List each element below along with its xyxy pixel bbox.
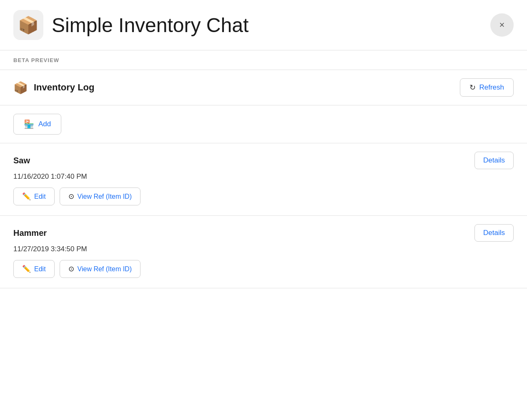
refresh-label: Refresh [479, 83, 504, 92]
close-button[interactable]: × [490, 13, 514, 37]
item-date: 11/16/2020 1:07:40 PM [13, 172, 514, 181]
details-label: Details [483, 156, 505, 164]
beta-banner: BETA PREVIEW [0, 50, 527, 70]
inventory-log-header: 📦 Inventory Log ↻ Refresh [0, 70, 527, 105]
section-title: Inventory Log [34, 82, 94, 93]
edit-icon: ✏️ [22, 265, 31, 273]
view-ref-label: View Ref (Item ID) [78, 265, 132, 273]
edit-button[interactable]: ✏️ Edit [13, 260, 55, 278]
section-header-left: 📦 Inventory Log [13, 81, 94, 95]
item-header: Hammer Details [13, 224, 514, 242]
add-button[interactable]: 🏪 Add [13, 114, 61, 135]
add-label: Add [38, 120, 51, 128]
item-date: 11/27/2019 3:34:50 PM [13, 245, 514, 253]
inventory-list: Saw Details 11/16/2020 1:07:40 PM ✏️ Edi… [0, 143, 527, 288]
refresh-button[interactable]: ↻ Refresh [460, 78, 514, 97]
item-actions: ✏️ Edit ⊙ View Ref (Item ID) [13, 260, 514, 278]
add-area: 🏪 Add [0, 105, 527, 143]
app-icon: 📦 [13, 10, 43, 40]
edit-label: Edit [34, 193, 46, 200]
item-header: Saw Details [13, 152, 514, 169]
view-ref-icon: ⊙ [68, 265, 74, 273]
view-ref-label: View Ref (Item ID) [78, 193, 132, 200]
edit-button[interactable]: ✏️ Edit [13, 188, 55, 205]
refresh-icon: ↻ [469, 83, 476, 92]
app-header: 📦 Simple Inventory Chat × [0, 0, 527, 50]
view-ref-button[interactable]: ⊙ View Ref (Item ID) [60, 188, 141, 205]
close-icon: × [499, 20, 505, 30]
item-name: Saw [13, 156, 30, 165]
app-title: Simple Inventory Chat [52, 14, 248, 37]
section-icon: 📦 [13, 81, 28, 95]
header-left: 📦 Simple Inventory Chat [13, 10, 248, 40]
item-name: Hammer [13, 228, 47, 238]
edit-label: Edit [34, 265, 46, 273]
view-ref-icon: ⊙ [68, 192, 74, 201]
add-icon: 🏪 [24, 119, 34, 129]
edit-icon: ✏️ [22, 192, 31, 201]
details-button[interactable]: Details [474, 224, 514, 242]
item-actions: ✏️ Edit ⊙ View Ref (Item ID) [13, 188, 514, 205]
details-label: Details [483, 229, 505, 237]
view-ref-button[interactable]: ⊙ View Ref (Item ID) [60, 260, 141, 278]
details-button[interactable]: Details [474, 152, 514, 169]
beta-label: BETA PREVIEW [13, 57, 59, 63]
list-item: Hammer Details 11/27/2019 3:34:50 PM ✏️ … [0, 216, 527, 288]
list-item: Saw Details 11/16/2020 1:07:40 PM ✏️ Edi… [0, 143, 527, 216]
